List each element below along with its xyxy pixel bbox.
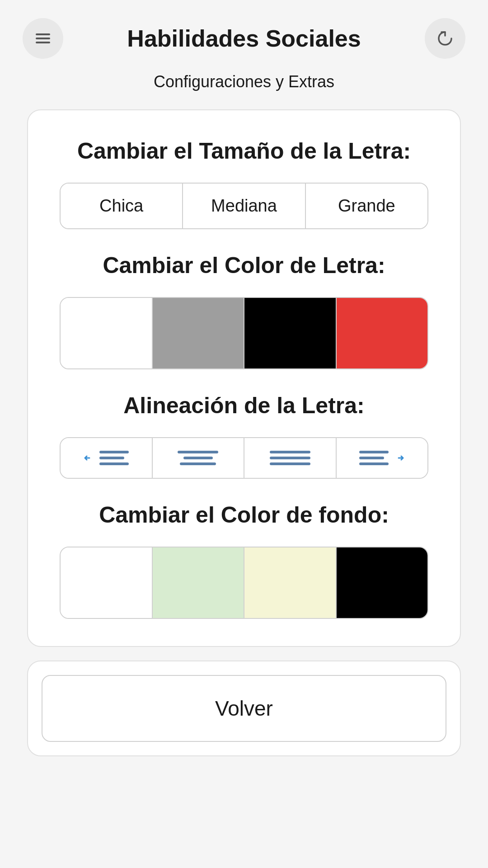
align-center-button[interactable] — [153, 438, 245, 478]
align-justify-button[interactable] — [244, 438, 337, 478]
font-color-white[interactable] — [61, 298, 153, 368]
font-size-small[interactable]: Chica — [61, 184, 183, 228]
volver-button[interactable]: Volver — [42, 675, 446, 742]
settings-card: Cambiar el Tamaño de la Letra: Chica Med… — [27, 109, 461, 647]
bottom-card: Volver — [27, 660, 461, 756]
font-color-red[interactable] — [337, 298, 428, 368]
svg-rect-2 — [36, 42, 50, 43]
alignment-title: Alineación de la Letra: — [60, 392, 428, 419]
page-title: Habilidades Sociales — [63, 25, 425, 52]
bg-color-title: Cambiar el Color de fondo: — [60, 501, 428, 528]
svg-rect-1 — [36, 38, 50, 39]
font-size-large[interactable]: Grande — [306, 184, 427, 228]
font-color-title: Cambiar el Color de Letra: — [60, 252, 428, 279]
font-size-medium[interactable]: Mediana — [183, 184, 305, 228]
subtitle: Configuraciones y Extras — [154, 68, 334, 109]
svg-rect-0 — [36, 33, 50, 35]
font-color-black[interactable] — [244, 298, 337, 368]
menu-button[interactable] — [23, 18, 63, 59]
align-right-button[interactable] — [337, 438, 428, 478]
align-right-icon — [359, 451, 405, 465]
bg-color-white[interactable] — [61, 547, 153, 618]
font-size-section: Cambiar el Tamaño de la Letra: Chica Med… — [60, 137, 428, 229]
align-justify-icon — [270, 451, 310, 465]
undo-button[interactable] — [425, 18, 465, 59]
align-left-icon — [83, 451, 129, 465]
alignment-options — [60, 437, 428, 479]
undo-icon — [435, 28, 455, 48]
bg-color-light-green[interactable] — [153, 547, 245, 618]
alignment-section: Alineación de la Letra: — [60, 392, 428, 479]
align-center-icon — [178, 451, 218, 465]
align-left-button[interactable] — [61, 438, 153, 478]
bg-color-black[interactable] — [337, 547, 428, 618]
menu-icon — [33, 28, 53, 48]
font-color-options — [60, 297, 428, 369]
header: Habilidades Sociales — [0, 0, 488, 68]
bg-color-options — [60, 547, 428, 619]
font-color-gray[interactable] — [153, 298, 245, 368]
bg-color-section: Cambiar el Color de fondo: — [60, 501, 428, 619]
bg-color-light-yellow[interactable] — [244, 547, 337, 618]
font-size-title: Cambiar el Tamaño de la Letra: — [60, 137, 428, 165]
font-size-options: Chica Mediana Grande — [60, 183, 428, 229]
font-color-section: Cambiar el Color de Letra: — [60, 252, 428, 369]
